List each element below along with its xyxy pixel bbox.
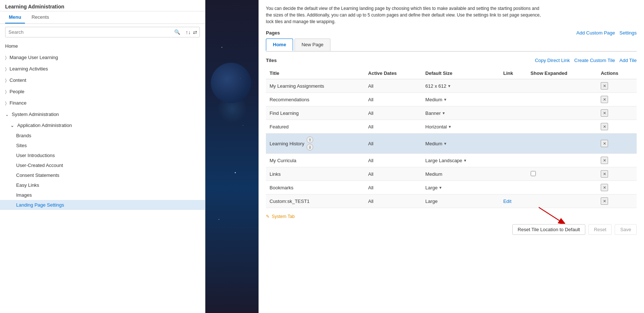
tile-show-expanded	[527, 93, 597, 106]
svg-line-1	[539, 207, 559, 221]
sidebar-item-landing-page-settings[interactable]: Landing Page Settings	[0, 200, 205, 210]
add-custom-page-link[interactable]: Add Custom Page	[577, 30, 615, 36]
remove-tile-button[interactable]: ✕	[601, 184, 608, 191]
learning-activities-label: Learning Activities	[10, 66, 48, 72]
tile-show-expanded	[527, 120, 597, 134]
reset-button[interactable]: Reset	[588, 224, 612, 235]
sidebar-item-images[interactable]: Images	[0, 190, 205, 200]
tile-link	[500, 154, 527, 167]
edit-link[interactable]: Edit	[503, 199, 511, 204]
tile-actions: ✕	[597, 154, 637, 167]
size-dropdown[interactable]: Large ▼	[425, 185, 442, 190]
tile-link	[500, 93, 527, 106]
tile-link	[500, 167, 527, 181]
table-row: My Curricula All Large Landscape ▼ ✕	[266, 154, 637, 167]
copy-direct-link[interactable]: Copy Direct Link	[535, 58, 570, 63]
sidebar-item-manage-user-learning[interactable]: 〉 Manage User Learning	[0, 52, 205, 63]
tile-default-size: Medium ▼	[422, 134, 500, 154]
tile-active-dates: All	[365, 194, 422, 208]
tiles-section: Tiles Copy Direct Link Create Custom Til…	[266, 56, 637, 235]
bottom-actions: Reset Tile Location to Default Reset Sav…	[266, 224, 637, 235]
search-icon[interactable]: 🔍	[171, 27, 183, 37]
tile-default-size: Medium	[422, 167, 500, 181]
remove-tile-button[interactable]: ✕	[601, 82, 608, 90]
col-actions: Actions	[597, 68, 637, 79]
remove-tile-button[interactable]: ✕	[601, 197, 608, 205]
remove-tile-button[interactable]: ✕	[601, 96, 608, 103]
sidebar-item-sites[interactable]: Sites	[0, 141, 205, 150]
sort-desc-button[interactable]: ⇄	[193, 29, 197, 35]
sidebar-item-people[interactable]: 〉 People	[0, 86, 205, 97]
tile-default-size: Medium ▼	[422, 93, 500, 106]
add-tile-link[interactable]: Add Tile	[619, 58, 637, 63]
table-row: My Learning Assignments All 612 x 612 ▼ …	[266, 79, 637, 93]
tile-active-dates: All	[365, 79, 422, 93]
sidebar-item-user-created-account[interactable]: User-Created Account	[0, 160, 205, 170]
content-label: Content	[10, 77, 26, 83]
tiles-label: Tiles	[266, 58, 277, 63]
tile-show-expanded	[527, 167, 597, 181]
col-link: Link	[500, 68, 527, 79]
sidebar-item-system-administration[interactable]: ⌄ System Administration	[0, 109, 205, 120]
size-dropdown[interactable]: Medium ▼	[425, 97, 447, 102]
sidebar-item-easy-links[interactable]: Easy Links	[0, 180, 205, 190]
size-dropdown[interactable]: Banner ▼	[425, 110, 446, 116]
tab-recents[interactable]: Recents	[28, 11, 53, 23]
size-dropdown[interactable]: Large Landscape ▼	[425, 158, 467, 163]
page-tabs: Home New Page	[266, 39, 637, 52]
sidebar-item-consent-statements[interactable]: Consent Statements	[0, 170, 205, 180]
tiles-table: Title Active Dates Default Size Link Sho…	[266, 68, 637, 208]
save-button[interactable]: Save	[615, 224, 637, 235]
tile-title: My Curricula	[266, 154, 365, 167]
remove-tile-button[interactable]: ✕	[601, 140, 608, 147]
sidebar-item-brands[interactable]: Brands	[0, 131, 205, 141]
tile-show-expanded	[527, 154, 597, 167]
pencil-icon: ✎	[266, 214, 270, 219]
tab-menu[interactable]: Menu	[5, 11, 25, 23]
main-content: You can decide the default view of the L…	[259, 0, 644, 313]
reset-tile-location-button[interactable]: Reset Tile Location to Default	[512, 224, 586, 235]
remove-tile-button[interactable]: ✕	[601, 123, 608, 130]
system-tab-row: ✎ System Tab	[266, 212, 637, 221]
tile-actions: ✕	[597, 194, 637, 208]
remove-tile-button[interactable]: ✕	[601, 109, 608, 117]
table-row: Learning History ⇧ ⇩ All Medium ▼ ✕	[266, 134, 637, 154]
search-bar: 🔍 ↑↓ ⇄	[5, 27, 200, 37]
reorder-up-button[interactable]: ⇧	[307, 137, 313, 143]
sidebar-item-learning-activities[interactable]: 〉 Learning Activities	[0, 63, 205, 74]
size-dropdown[interactable]: Horizontal ▼	[425, 124, 451, 130]
col-active-dates: Active Dates	[365, 68, 422, 79]
tab-new-page[interactable]: New Page	[294, 39, 330, 51]
sidebar-item-home[interactable]: Home	[0, 40, 205, 52]
size-dropdown[interactable]: 612 x 612 ▼	[425, 83, 451, 89]
pages-links: Add Custom Page Settings	[577, 30, 637, 36]
chevron-right-icon: 〉	[5, 66, 7, 72]
manage-user-learning-label: Manage User Learning	[10, 55, 58, 60]
tile-link	[500, 120, 527, 134]
sidebar-item-finance[interactable]: 〉 Finance	[0, 97, 205, 109]
tile-default-size: Banner ▼	[422, 106, 500, 120]
sort-asc-button[interactable]: ↑↓	[186, 29, 191, 35]
sidebar-item-user-introductions[interactable]: User Introductions	[0, 150, 205, 160]
tiles-header: Tiles Copy Direct Link Create Custom Til…	[266, 56, 637, 65]
show-expanded-checkbox[interactable]	[531, 171, 536, 176]
search-input[interactable]	[6, 27, 171, 37]
tab-home[interactable]: Home	[266, 39, 293, 51]
settings-link[interactable]: Settings	[619, 30, 637, 36]
chevron-down-icon: ⌄	[5, 112, 9, 117]
table-row: Find Learning All Banner ▼ ✕	[266, 106, 637, 120]
table-row: Bookmarks All Large ▼ ✕	[266, 181, 637, 194]
tile-active-dates: All	[365, 120, 422, 134]
reorder-down-button[interactable]: ⇩	[307, 144, 313, 150]
tile-title: Learning History ⇧ ⇩	[266, 134, 365, 154]
sidebar-item-content[interactable]: 〉 Content	[0, 74, 205, 86]
remove-tile-button[interactable]: ✕	[601, 157, 608, 164]
sidebar-item-application-administration[interactable]: ⌄ Application Administration	[0, 120, 205, 131]
search-controls: ↑↓ ⇄	[186, 29, 200, 35]
tile-actions: ✕	[597, 167, 637, 181]
remove-tile-button[interactable]: ✕	[601, 170, 608, 178]
tile-title: My Learning Assignments	[266, 79, 365, 93]
create-custom-tile-link[interactable]: Create Custom Tile	[574, 58, 615, 63]
chevron-down-icon: ⌄	[10, 123, 14, 128]
size-dropdown[interactable]: Medium ▼	[425, 141, 447, 146]
